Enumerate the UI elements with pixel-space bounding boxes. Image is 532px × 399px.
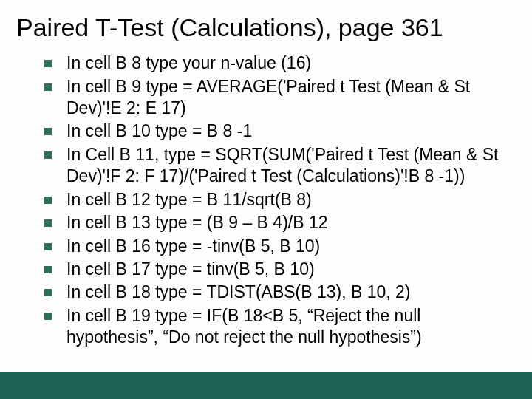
- slide: Paired T-Test (Calculations), page 361 I…: [0, 0, 532, 399]
- list-item: In cell B 9 type = AVERAGE('Paired t Tes…: [44, 76, 516, 120]
- list-item: In cell B 16 type = -tinv(B 5, B 10): [44, 236, 516, 257]
- list-item: In Cell B 11, type = SQRT(SUM('Paired t …: [44, 144, 516, 188]
- slide-title: Paired T-Test (Calculations), page 361: [16, 13, 516, 42]
- list-item: In cell B 19 type = IF(B 18<B 5, “Reject…: [44, 305, 516, 349]
- bullet-list: In cell B 8 type your n-value (16) In ce…: [16, 52, 516, 349]
- footer-bar: [0, 372, 532, 399]
- list-item: In cell B 12 type = B 11/sqrt(B 8): [44, 189, 516, 211]
- list-item: In cell B 13 type = (B 9 – B 4)/B 12: [44, 212, 516, 233]
- list-item: In cell B 17 type = tinv(B 5, B 10): [44, 259, 516, 280]
- list-item: In cell B 8 type your n-value (16): [44, 52, 516, 74]
- list-item: In cell B 10 type = B 8 -1: [44, 120, 516, 142]
- list-item: In cell B 18 type = TDIST(ABS(B 13), B 1…: [44, 282, 516, 303]
